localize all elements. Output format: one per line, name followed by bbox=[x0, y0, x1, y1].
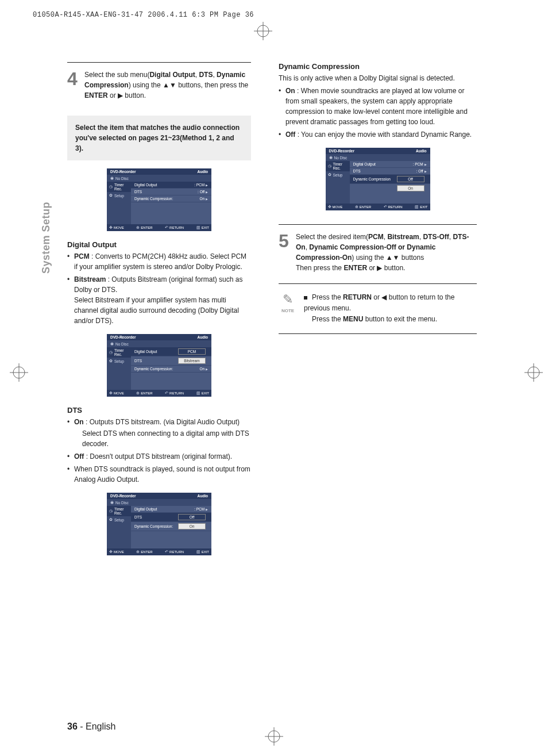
disc-icon: ◉ bbox=[110, 500, 114, 505]
bullet-pcm: •PCM : Converts to PCM(2CH) 48kHz audio.… bbox=[67, 251, 251, 272]
bullet-square-icon bbox=[304, 296, 307, 300]
exit-icon: ▥ bbox=[196, 391, 200, 396]
bullet-dyn-on: •On : When movie soundtracks are played … bbox=[279, 86, 477, 127]
move-icon: ✥ bbox=[109, 225, 113, 230]
note-label: NOTE bbox=[279, 308, 297, 313]
bullet-dyn-off: •Off : You can enjoy the movie with stan… bbox=[279, 129, 477, 140]
disc-icon: ◉ bbox=[110, 176, 114, 181]
osd-screenshot: DVD-RecorderAudio ◉No Disc ◷Timer Rec. ✿… bbox=[107, 334, 211, 397]
return-icon: ↶ bbox=[165, 391, 168, 396]
divider bbox=[279, 224, 477, 225]
enter-icon: ⊕ bbox=[355, 205, 358, 209]
gear-icon: ✿ bbox=[328, 172, 331, 177]
step-text: Select the desired item(PCM, Bitstream, … bbox=[296, 232, 477, 273]
step-5: 5 Select the desired item(PCM, Bitstream… bbox=[279, 232, 477, 273]
exit-icon: ▥ bbox=[196, 550, 200, 554]
divider bbox=[279, 283, 477, 284]
exit-icon: ▥ bbox=[415, 205, 419, 209]
divider bbox=[279, 333, 477, 334]
enter-icon: ⊕ bbox=[136, 391, 140, 396]
clock-icon: ◷ bbox=[109, 509, 113, 513]
return-icon: ↶ bbox=[165, 550, 168, 554]
clock-icon: ◷ bbox=[109, 185, 113, 189]
return-icon: ↶ bbox=[165, 225, 168, 230]
step-number: 4 bbox=[67, 70, 84, 101]
gear-icon: ✿ bbox=[109, 193, 113, 198]
note-block: ✎ NOTE Press the RETURN or ◀ button to r… bbox=[279, 292, 477, 325]
bullet-bitstream: •Bitstream : Outputs Bitstream (original… bbox=[67, 274, 251, 326]
heading-dynamic-compression: Dynamic Compression bbox=[279, 62, 477, 71]
page-number: 36 - English bbox=[67, 722, 116, 732]
callout-box: Select the item that matches the audio c… bbox=[67, 116, 251, 160]
disc-icon: ◉ bbox=[329, 155, 333, 160]
gear-icon: ✿ bbox=[109, 359, 113, 363]
step-4: 4 Select the sub menu(Digital Output, DT… bbox=[67, 70, 251, 101]
heading-digital-output: Digital Output bbox=[67, 240, 251, 249]
bullet-dts-on: •On : Outputs DTS bitstream. (via Digita… bbox=[67, 417, 251, 427]
print-header: 01050A-R145-XAA-ENG-31-47 2006.4.11 6:3 … bbox=[33, 11, 254, 19]
step-number: 5 bbox=[279, 232, 296, 273]
step-text: Select the sub menu(Digital Output, DTS,… bbox=[84, 70, 251, 101]
heading-dts: DTS bbox=[67, 406, 251, 415]
clock-icon: ◷ bbox=[109, 350, 113, 355]
osd-screenshot: DVD-RecorderAudio ◉No Disc ◷Timer Rec. ✿… bbox=[107, 168, 211, 231]
clock-icon: ◷ bbox=[328, 164, 331, 168]
bullet-dts-note: •When DTS soundtrack is played, sound is… bbox=[67, 464, 251, 485]
section-label: System Setup bbox=[40, 202, 52, 274]
divider bbox=[67, 62, 251, 63]
bullet-dts-off: •Off : Doesn't output DTS bitstream (ori… bbox=[67, 451, 251, 462]
crop-mark-icon bbox=[524, 363, 543, 382]
return-icon: ↶ bbox=[384, 205, 387, 209]
intro-text: This is only active when a Dolby Digital… bbox=[279, 73, 477, 83]
osd-screenshot: DVD-RecorderAudio ◉No Disc ◷Timer Rec. ✿… bbox=[326, 148, 430, 210]
enter-icon: ⊕ bbox=[136, 225, 140, 230]
indent-text: Select DTS when connecting to a digital … bbox=[82, 428, 251, 449]
enter-icon: ⊕ bbox=[136, 550, 140, 554]
move-icon: ✥ bbox=[109, 391, 113, 396]
move-icon: ✥ bbox=[109, 550, 113, 554]
exit-icon: ▥ bbox=[196, 225, 200, 230]
gear-icon: ✿ bbox=[109, 517, 113, 522]
note-icon: ✎ bbox=[279, 292, 297, 307]
disc-icon: ◉ bbox=[110, 341, 114, 346]
osd-screenshot: DVD-RecorderAudio ◉No Disc ◷Timer Rec. ✿… bbox=[107, 493, 211, 555]
crop-mark-icon bbox=[10, 363, 28, 382]
move-icon: ✥ bbox=[328, 205, 331, 209]
crop-mark-icon bbox=[254, 22, 272, 40]
